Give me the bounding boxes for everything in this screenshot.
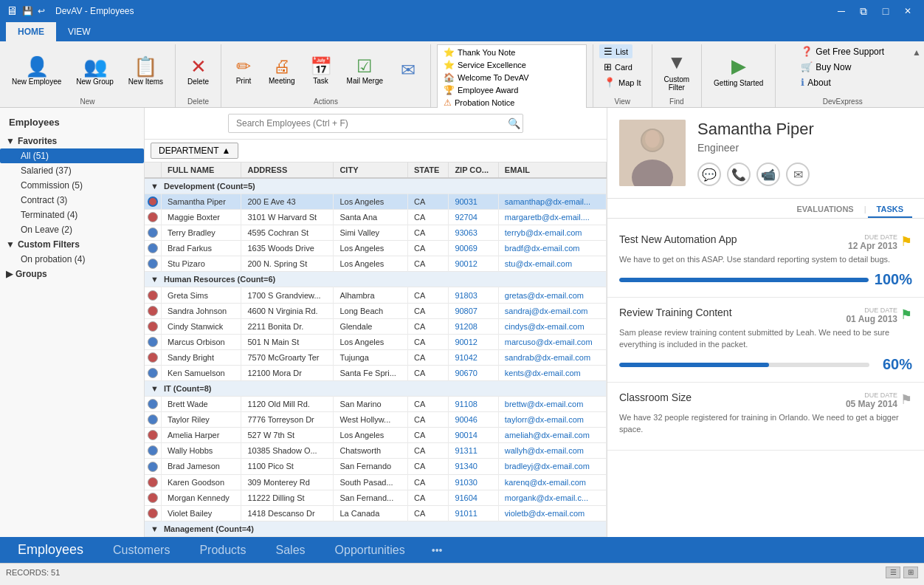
sidebar-item-on-leave[interactable]: On Leave (2): [0, 222, 144, 237]
minimize-button[interactable]: ─: [831, 1, 852, 21]
profile-video-button[interactable]: 📹: [756, 162, 780, 186]
zip-cell[interactable]: 91311: [449, 443, 498, 459]
tab-home[interactable]: HOME: [6, 22, 56, 41]
collapse-ribbon-btn[interactable]: ▲: [909, 44, 924, 107]
sidebar-section-custom-filters[interactable]: ▼ Custom Filters: [0, 237, 144, 252]
delete-button[interactable]: ✕ Delete: [182, 54, 215, 89]
zip-cell[interactable]: 90012: [449, 334, 498, 349]
profile-email-button[interactable]: ✉: [786, 162, 810, 186]
sidebar-item-all[interactable]: All (51): [0, 148, 144, 163]
email-cell[interactable]: terryb@dx-email.com: [498, 225, 606, 241]
about-button[interactable]: ℹ About: [796, 75, 835, 89]
email-cell[interactable]: sandrab@dx-email.com: [498, 349, 606, 365]
table-row[interactable]: Amelia Harper 527 W 7th St Los Angeles C…: [145, 428, 607, 443]
profile-phone-button[interactable]: 📞: [727, 162, 751, 186]
email-cell[interactable]: violetb@dx-email.com: [498, 505, 606, 521]
sidebar-item-commission[interactable]: Commission (5): [0, 178, 144, 193]
email-cell[interactable]: bradleyj@dx-email.com: [498, 459, 606, 474]
zip-cell[interactable]: 90069: [449, 241, 498, 256]
ql-probation[interactable]: ⚠ Probation Notice: [442, 97, 582, 109]
table-row[interactable]: Terry Bradley 4595 Cochran St Simi Valle…: [145, 225, 607, 241]
new-items-button[interactable]: 📋 New Items: [123, 54, 169, 89]
group-row[interactable]: ▼ Development (Count=5): [145, 178, 607, 194]
email-cell[interactable]: brettw@dx-email.com: [498, 397, 606, 412]
search-input[interactable]: [228, 114, 523, 133]
close-button[interactable]: ✕: [897, 1, 918, 21]
tab-tasks[interactable]: TASKS: [868, 202, 912, 218]
sidebar-item-contract[interactable]: Contract (3): [0, 193, 144, 208]
table-row[interactable]: Samantha Piper 200 E Ave 43 Los Angeles …: [145, 194, 607, 210]
zip-cell[interactable]: 91208: [449, 318, 498, 334]
table-row[interactable]: Maggie Boxter 3101 W Harvard St Santa An…: [145, 210, 607, 225]
email-cell[interactable]: wallyh@dx-email.com: [498, 443, 606, 459]
sidebar-section-groups[interactable]: ▶ Groups: [0, 267, 144, 281]
custom-filter-button[interactable]: ▼ CustomFilter: [658, 48, 695, 95]
meeting-button[interactable]: 📅 Task: [304, 55, 338, 88]
bottom-nav-employees[interactable]: Employees: [12, 539, 89, 561]
ql-award[interactable]: 🏆 Employee Award: [442, 84, 582, 96]
bottom-nav-sales[interactable]: Sales: [270, 541, 311, 560]
sidebar-section-favorites[interactable]: ▼ Favorites: [0, 134, 144, 148]
col-zip[interactable]: ZIP CO...: [449, 162, 498, 178]
table-row[interactable]: Taylor Riley 7776 Torreyson Dr West Holl…: [145, 412, 607, 428]
table-row[interactable]: Sandra Johnson 4600 N Virginia Rd. Long …: [145, 303, 607, 318]
zip-cell[interactable]: 90046: [449, 412, 498, 428]
table-row[interactable]: Ken Samuelson 12100 Mora Dr Santa Fe Spr…: [145, 365, 607, 380]
group-row[interactable]: ▼ IT (Count=8): [145, 381, 607, 397]
zip-cell[interactable]: 93063: [449, 225, 498, 241]
email-cell[interactable]: gretas@dx-email.com: [498, 287, 606, 303]
email-cell[interactable]: stu@dx-email.com: [498, 256, 606, 272]
zip-cell[interactable]: 91340: [449, 459, 498, 474]
view-map-button[interactable]: 📍 Map It: [599, 75, 646, 89]
email-cell[interactable]: morgank@dx-email.c...: [498, 490, 606, 505]
group-row[interactable]: ▼ Human Resources (Count=6): [145, 272, 607, 287]
email-cell[interactable]: ameliah@dx-email.com: [498, 428, 606, 443]
table-row[interactable]: Brad Farkus 1635 Woods Drive Los Angeles…: [145, 241, 607, 256]
quick-access-save[interactable]: 💾: [22, 6, 33, 16]
restore-button[interactable]: ⧉: [853, 1, 874, 21]
col-address[interactable]: ADDRESS: [241, 162, 334, 178]
table-row[interactable]: Greta Sims 1700 S Grandview... Alhambra …: [145, 287, 607, 303]
table-row[interactable]: Sandy Bright 7570 McGroarty Ter Tujunga …: [145, 349, 607, 365]
bottom-nav-more[interactable]: •••: [429, 541, 446, 559]
col-email[interactable]: EMAIL: [498, 162, 606, 178]
status-view-btn-1[interactable]: ☰: [886, 567, 900, 578]
zip-cell[interactable]: 91011: [449, 505, 498, 521]
quick-access-undo[interactable]: ↩: [38, 6, 45, 16]
email-cell[interactable]: taylorr@dx-email.com: [498, 412, 606, 428]
zip-cell[interactable]: 90807: [449, 303, 498, 318]
col-city[interactable]: CITY: [334, 162, 408, 178]
bottom-nav-opportunities[interactable]: Opportunities: [329, 541, 411, 560]
table-row[interactable]: Violet Bailey 1418 Descanso Dr La Canada…: [145, 505, 607, 521]
zip-cell[interactable]: 91042: [449, 349, 498, 365]
table-row[interactable]: Marcus Orbison 501 N Main St Los Angeles…: [145, 334, 607, 349]
col-state[interactable]: STATE: [408, 162, 449, 178]
zip-cell[interactable]: 91108: [449, 397, 498, 412]
zip-cell[interactable]: 91803: [449, 287, 498, 303]
profile-chat-button[interactable]: 💬: [697, 162, 721, 186]
task-button[interactable]: ☑ Mail Merge: [341, 55, 389, 88]
zip-cell[interactable]: 90014: [449, 428, 498, 443]
ql-service[interactable]: ⭐ Service Excellence: [442, 59, 582, 71]
zip-cell[interactable]: 90031: [449, 194, 498, 210]
zip-cell[interactable]: 91604: [449, 490, 498, 505]
zip-cell[interactable]: 90012: [449, 256, 498, 272]
get-free-support-button[interactable]: ❓ Get Free Support: [796, 44, 889, 58]
dept-filter-button[interactable]: DEPARTMENT ▲: [151, 143, 238, 159]
ql-welcome[interactable]: 🏠 Welcome To DevAV: [442, 72, 582, 83]
tab-view[interactable]: VIEW: [56, 22, 103, 41]
sidebar-item-terminated[interactable]: Terminated (4): [0, 208, 144, 222]
bottom-nav-customers[interactable]: Customers: [107, 541, 176, 560]
maximize-button[interactable]: □: [875, 1, 896, 21]
email-cell[interactable]: karenq@dx-email.com: [498, 474, 606, 490]
search-icon[interactable]: 🔍: [508, 117, 520, 129]
email-cell[interactable]: sandraj@dx-email.com: [498, 303, 606, 318]
mail-merge-button[interactable]: ✉: [392, 58, 424, 83]
view-card-button[interactable]: ⊞ Card: [599, 60, 637, 74]
table-row[interactable]: Stu Pizaro 200 N. Spring St Los Angeles …: [145, 256, 607, 272]
table-row[interactable]: Brett Wade 1120 Old Mill Rd. San Marino …: [145, 397, 607, 412]
col-name[interactable]: FULL NAME: [162, 162, 241, 178]
view-list-button[interactable]: ☰ List: [599, 44, 632, 58]
edit-button[interactable]: ✏ Print: [227, 55, 260, 88]
table-row[interactable]: Cindy Stanwick 2211 Bonita Dr. Glendale …: [145, 318, 607, 334]
